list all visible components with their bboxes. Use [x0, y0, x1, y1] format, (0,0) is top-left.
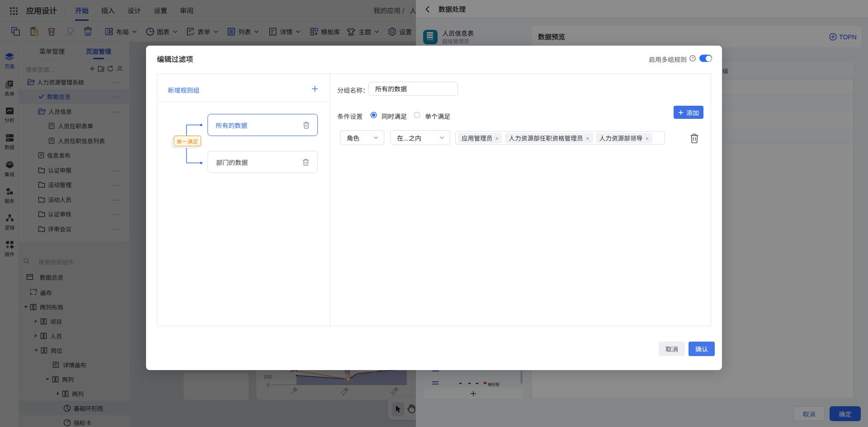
svg-text:?: ? — [691, 55, 693, 61]
